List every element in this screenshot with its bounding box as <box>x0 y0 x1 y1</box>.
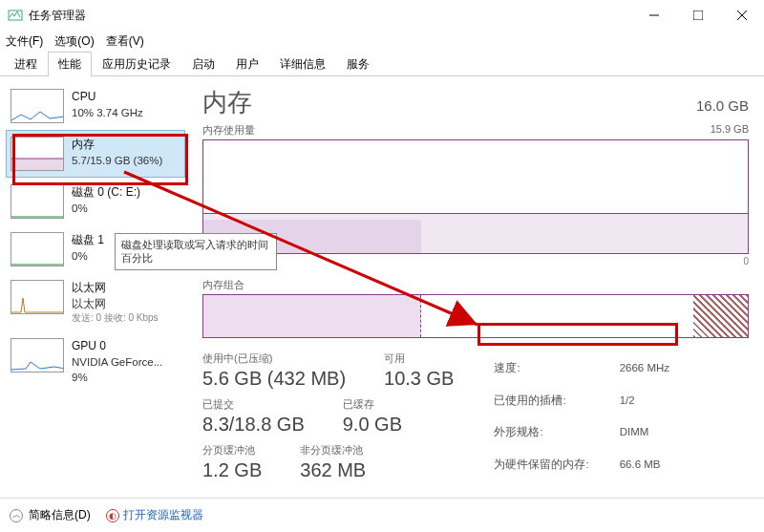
disk0-label: 磁盘 0 (C: E:) <box>72 184 140 201</box>
maximize-button[interactable] <box>676 0 720 31</box>
sidebar-item-ethernet[interactable]: 以太网以太网发送: 0 接收: 0 Kbps <box>6 273 185 331</box>
cached-label: 已缓存 <box>343 397 402 412</box>
menu-view[interactable]: 查看(V) <box>106 33 144 50</box>
sidebar: CPU10% 3.74 GHz 内存5.7/15.9 GB (36%) 磁盘 0… <box>0 76 191 484</box>
used-label: 使用中(已压缩) <box>202 351 346 366</box>
eth-label: 以太网 <box>72 280 159 296</box>
tab-users[interactable]: 用户 <box>225 52 269 76</box>
composition-label: 内存组合 <box>202 278 749 292</box>
hw-value: 66.6 MB <box>620 450 669 480</box>
svg-rect-1 <box>693 11 703 20</box>
disk1-label: 磁盘 1 <box>72 232 104 248</box>
svg-rect-2 <box>11 159 64 170</box>
tab-processes[interactable]: 进程 <box>4 52 48 76</box>
paged-label: 分页缓冲池 <box>202 443 262 458</box>
used-value: 5.6 GB (432 MB) <box>202 368 346 390</box>
footer: ︿ 简略信息(D) ◐ 打开资源监视器 <box>0 498 764 532</box>
gpu-label: GPU 0 <box>72 338 162 354</box>
tab-services[interactable]: 服务 <box>336 52 380 76</box>
speed-key: 速度: <box>494 353 617 384</box>
capacity: 16.0 GB <box>696 97 749 114</box>
eth-sub2: 发送: 0 接收: 0 Kbps <box>72 311 159 325</box>
window-title: 任务管理器 <box>29 8 632 24</box>
tab-details[interactable]: 详细信息 <box>269 52 336 76</box>
avail-value: 10.3 GB <box>384 368 454 390</box>
paged-value: 1.2 GB <box>202 459 262 481</box>
sidebar-item-gpu0[interactable]: GPU 0NVIDIA GeForce...9% <box>6 331 185 392</box>
memory-usage-graph <box>202 139 749 254</box>
cpu-label: CPU <box>72 89 143 105</box>
usage-label: 内存使用量 <box>202 123 255 138</box>
scale-zero: 0 <box>202 256 749 266</box>
minimize-button[interactable] <box>632 0 676 31</box>
tab-bar: 进程 性能 应用历史记录 启动 用户 详细信息 服务 <box>0 52 764 76</box>
eth-sub: 以太网 <box>72 296 159 311</box>
resource-monitor-link[interactable]: ◐ 打开资源监视器 <box>106 507 203 523</box>
form-key: 外形规格: <box>494 417 617 448</box>
menu-options[interactable]: 选项(O) <box>54 33 94 50</box>
brief-info-link[interactable]: 简略信息(D) <box>29 507 91 523</box>
tab-performance[interactable]: 性能 <box>48 52 92 76</box>
speed-value: 2666 MHz <box>620 353 669 384</box>
cpu-sub: 10% 3.74 GHz <box>72 105 143 120</box>
form-value: DIMM <box>620 417 669 448</box>
chevron-up-icon[interactable]: ︿ <box>10 509 23 522</box>
main-title: 内存 <box>202 86 252 119</box>
commit-value: 8.3/18.8 GB <box>202 414 305 436</box>
tab-startup[interactable]: 启动 <box>181 52 225 76</box>
nonpaged-label: 非分页缓冲池 <box>300 443 366 458</box>
tooltip: 磁盘处理读取或写入请求的时间百分比 <box>115 233 277 270</box>
tab-history[interactable]: 应用历史记录 <box>92 52 181 76</box>
sidebar-item-cpu[interactable]: CPU10% 3.74 GHz <box>6 82 185 130</box>
close-button[interactable] <box>720 0 764 31</box>
memory-label: 内存 <box>72 137 162 153</box>
app-icon <box>8 8 23 23</box>
memory-sub: 5.7/15.9 GB (36%) <box>72 153 162 168</box>
avail-label: 可用 <box>384 351 454 366</box>
resmon-icon: ◐ <box>106 509 119 522</box>
disk0-sub: 0% <box>72 201 140 216</box>
gpu-sub2: 9% <box>72 370 162 385</box>
slots-key: 已使用的插槽: <box>494 386 617 416</box>
sidebar-item-disk0[interactable]: 磁盘 0 (C: E:)0% <box>6 178 185 225</box>
memory-composition-graph <box>202 294 749 338</box>
slots-value: 1/2 <box>620 386 669 416</box>
usage-max: 15.9 GB <box>711 123 749 138</box>
sidebar-item-memory[interactable]: 内存5.7/15.9 GB (36%) <box>6 130 185 178</box>
gpu-sub: NVIDIA GeForce... <box>72 354 162 370</box>
menu-file[interactable]: 文件(F) <box>6 33 43 50</box>
hw-key: 为硬件保留的内存: <box>494 450 617 480</box>
menu-bar: 文件(F) 选项(O) 查看(V) <box>0 31 764 52</box>
main-panel: 内存 16.0 GB 内存使用量 15.9 GB 0 内存组合 使用中(已压缩)… <box>191 76 764 484</box>
commit-label: 已提交 <box>202 397 305 412</box>
memory-details-table: 速度:2666 MHz 已使用的插槽:1/2 外形规格:DIMM 为硬件保留的内… <box>492 351 671 481</box>
cached-value: 9.0 GB <box>343 414 402 436</box>
nonpaged-value: 362 MB <box>300 459 366 481</box>
disk1-sub: 0% <box>72 248 104 264</box>
